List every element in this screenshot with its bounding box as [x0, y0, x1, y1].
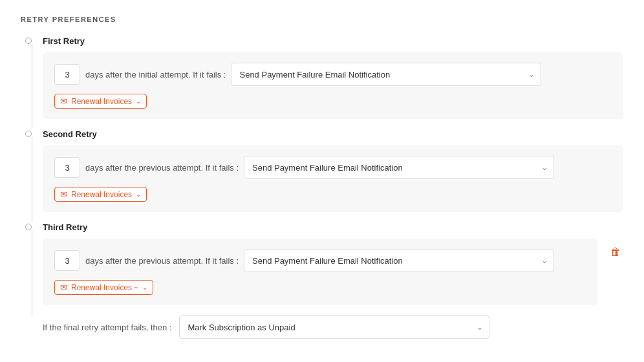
first-retry-action-wrapper: Send Payment Failure Email Notification …	[231, 63, 541, 86]
second-retry-action-wrapper: Send Payment Failure Email Notification …	[244, 156, 554, 179]
first-retry-description: days after the initial attempt. If it fa…	[85, 70, 226, 80]
first-retry-email-tag-text: Renewal Invoices	[71, 97, 132, 106]
third-retry-delete-button[interactable]: 🗑	[608, 244, 623, 261]
third-retry-days[interactable]: 3	[54, 250, 80, 271]
final-action-select[interactable]: Mark Subscription as Unpaid	[179, 315, 489, 339]
email-icon-2: ✉	[60, 189, 67, 199]
first-retry-label: First Retry	[43, 36, 623, 46]
third-retry-card: 3 days after the previous attempt. If it…	[43, 239, 597, 305]
second-retry-email-tag[interactable]: ✉ Renewal Invoices ⌄	[54, 187, 147, 202]
email-tag-chevron-icon-2: ⌄	[136, 191, 141, 198]
second-retry-days[interactable]: 3	[54, 157, 80, 178]
second-retry-circle	[25, 131, 32, 137]
timeline: First Retry 3 days after the initial att…	[21, 36, 623, 339]
third-retry-email-tag[interactable]: ✉ Renewal Invoices ~ ⌄	[54, 280, 153, 295]
email-icon: ✉	[60, 96, 67, 106]
first-retry-days[interactable]: 3	[54, 64, 80, 85]
second-retry-action-select[interactable]: Send Payment Failure Email Notification	[244, 156, 554, 179]
third-retry-label: Third Retry	[43, 222, 623, 232]
email-tag-chevron-icon-3: ⌄	[142, 284, 147, 291]
second-retry-label: Second Retry	[43, 129, 623, 139]
second-retry-section: Second Retry 3 days after the previous a…	[21, 129, 623, 222]
second-retry-card: 3 days after the previous attempt. If it…	[43, 145, 623, 212]
first-retry-email-tag[interactable]: ✉ Renewal Invoices ⌄	[54, 94, 147, 109]
third-retry-circle	[25, 224, 32, 230]
first-retry-action-select[interactable]: Send Payment Failure Email Notification	[231, 63, 541, 86]
page-title: RETRY PREFERENCES	[21, 16, 623, 23]
email-tag-chevron-icon: ⌄	[136, 98, 141, 105]
second-retry-email-tag-text: Renewal Invoices	[71, 190, 132, 199]
first-retry-section: First Retry 3 days after the initial att…	[21, 36, 623, 129]
third-retry-email-tag-text: Renewal Invoices ~	[71, 283, 138, 292]
email-icon-3: ✉	[60, 282, 67, 292]
third-retry-action-wrapper: Send Payment Failure Email Notification …	[244, 249, 554, 272]
third-retry-action-select[interactable]: Send Payment Failure Email Notification	[244, 249, 554, 272]
final-action-wrapper: Mark Subscription as Unpaid ⌄	[179, 315, 489, 339]
second-retry-description: days after the previous attempt. If it f…	[85, 163, 239, 173]
third-retry-description: days after the previous attempt. If it f…	[85, 256, 239, 266]
third-retry-section: Third Retry 3 days after the previous at…	[21, 222, 623, 315]
final-label: If the final retry attempt fails, then :	[43, 323, 171, 332]
final-section: If the final retry attempt fails, then :…	[21, 315, 623, 339]
first-retry-card: 3 days after the initial attempt. If it …	[43, 52, 623, 119]
first-retry-circle	[25, 37, 32, 44]
